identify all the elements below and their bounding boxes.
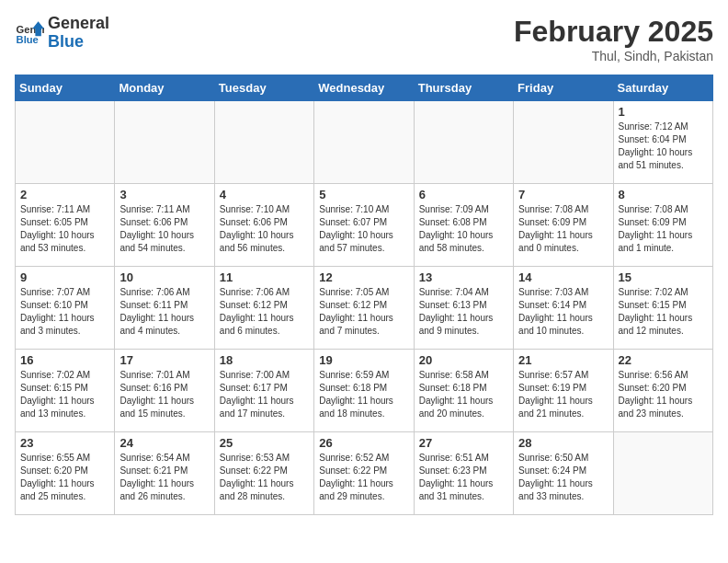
calendar-cell xyxy=(613,432,712,515)
day-header-wednesday: Wednesday xyxy=(314,75,414,101)
day-info: Sunrise: 7:00 AM Sunset: 6:17 PM Dayligh… xyxy=(220,369,309,420)
calendar-cell: 23Sunrise: 6:55 AM Sunset: 6:20 PM Dayli… xyxy=(16,432,115,515)
calendar-cell xyxy=(214,101,313,184)
calendar-cell: 11Sunrise: 7:06 AM Sunset: 6:12 PM Dayli… xyxy=(214,267,313,350)
calendar-cell: 2Sunrise: 7:11 AM Sunset: 6:05 PM Daylig… xyxy=(16,184,115,267)
day-info: Sunrise: 6:52 AM Sunset: 6:22 PM Dayligh… xyxy=(319,452,408,503)
day-info: Sunrise: 7:07 AM Sunset: 6:10 PM Dayligh… xyxy=(20,286,109,338)
calendar-cell: 17Sunrise: 7:01 AM Sunset: 6:16 PM Dayli… xyxy=(115,350,214,432)
day-info: Sunrise: 6:57 AM Sunset: 6:19 PM Dayligh… xyxy=(518,369,608,420)
day-number: 4 xyxy=(220,188,309,201)
day-header-saturday: Saturday xyxy=(613,75,712,101)
day-info: Sunrise: 6:56 AM Sunset: 6:20 PM Dayligh… xyxy=(619,369,708,420)
day-info: Sunrise: 7:04 AM Sunset: 6:13 PM Dayligh… xyxy=(419,286,508,338)
day-number: 28 xyxy=(518,436,608,450)
location: Thul, Sindh, Pakistan xyxy=(514,49,713,63)
calendar-week-row: 1Sunrise: 7:12 AM Sunset: 6:04 PM Daylig… xyxy=(16,101,713,184)
day-info: Sunrise: 7:06 AM Sunset: 6:12 PM Dayligh… xyxy=(220,286,309,338)
page-header: General Blue General Blue February 2025 … xyxy=(15,15,713,63)
day-number: 10 xyxy=(119,270,209,284)
day-number: 3 xyxy=(119,188,209,201)
day-number: 17 xyxy=(119,353,209,367)
calendar-cell xyxy=(314,101,414,184)
day-info: Sunrise: 6:55 AM Sunset: 6:20 PM Dayligh… xyxy=(20,452,109,503)
calendar-cell xyxy=(115,101,214,184)
calendar-cell: 24Sunrise: 6:54 AM Sunset: 6:21 PM Dayli… xyxy=(115,432,214,515)
calendar-cell xyxy=(514,101,613,184)
day-number: 14 xyxy=(518,270,608,284)
calendar-cell: 27Sunrise: 6:51 AM Sunset: 6:23 PM Dayli… xyxy=(414,432,513,515)
calendar-cell: 13Sunrise: 7:04 AM Sunset: 6:13 PM Dayli… xyxy=(414,267,513,350)
calendar-cell: 18Sunrise: 7:00 AM Sunset: 6:17 PM Dayli… xyxy=(214,350,313,432)
logo-blue: Blue xyxy=(48,33,109,52)
day-info: Sunrise: 7:11 AM Sunset: 6:05 PM Dayligh… xyxy=(20,203,109,255)
calendar-cell: 7Sunrise: 7:08 AM Sunset: 6:09 PM Daylig… xyxy=(514,184,613,267)
calendar-week-row: 16Sunrise: 7:02 AM Sunset: 6:15 PM Dayli… xyxy=(16,350,713,432)
calendar-cell: 20Sunrise: 6:58 AM Sunset: 6:18 PM Dayli… xyxy=(414,350,513,432)
day-info: Sunrise: 6:53 AM Sunset: 6:22 PM Dayligh… xyxy=(220,452,309,503)
day-number: 8 xyxy=(619,188,708,201)
calendar-cell: 10Sunrise: 7:06 AM Sunset: 6:11 PM Dayli… xyxy=(115,267,214,350)
day-info: Sunrise: 7:12 AM Sunset: 6:04 PM Dayligh… xyxy=(619,121,708,172)
day-number: 20 xyxy=(419,353,508,367)
calendar-cell: 16Sunrise: 7:02 AM Sunset: 6:15 PM Dayli… xyxy=(16,350,115,432)
day-number: 7 xyxy=(518,188,608,201)
day-number: 25 xyxy=(220,436,309,450)
day-info: Sunrise: 7:05 AM Sunset: 6:12 PM Dayligh… xyxy=(319,286,408,338)
calendar-table: SundayMondayTuesdayWednesdayThursdayFrid… xyxy=(15,75,713,515)
logo-icon: General Blue xyxy=(15,18,44,48)
day-number: 22 xyxy=(619,353,708,367)
day-number: 5 xyxy=(319,188,408,201)
calendar-cell: 5Sunrise: 7:10 AM Sunset: 6:07 PM Daylig… xyxy=(314,184,414,267)
day-info: Sunrise: 7:02 AM Sunset: 6:15 PM Dayligh… xyxy=(619,286,708,338)
calendar-cell: 21Sunrise: 6:57 AM Sunset: 6:19 PM Dayli… xyxy=(514,350,613,432)
day-number: 23 xyxy=(20,436,109,450)
day-info: Sunrise: 7:02 AM Sunset: 6:15 PM Dayligh… xyxy=(20,369,109,420)
calendar-cell: 26Sunrise: 6:52 AM Sunset: 6:22 PM Dayli… xyxy=(314,432,414,515)
day-info: Sunrise: 6:50 AM Sunset: 6:24 PM Dayligh… xyxy=(518,452,608,503)
calendar-week-row: 23Sunrise: 6:55 AM Sunset: 6:20 PM Dayli… xyxy=(16,432,713,515)
day-number: 2 xyxy=(20,188,109,201)
day-number: 26 xyxy=(319,436,408,450)
day-number: 9 xyxy=(20,270,109,284)
day-info: Sunrise: 7:09 AM Sunset: 6:08 PM Dayligh… xyxy=(419,203,508,255)
day-info: Sunrise: 7:03 AM Sunset: 6:14 PM Dayligh… xyxy=(518,286,608,338)
day-info: Sunrise: 6:59 AM Sunset: 6:18 PM Dayligh… xyxy=(319,369,408,420)
calendar-cell: 1Sunrise: 7:12 AM Sunset: 6:04 PM Daylig… xyxy=(613,101,712,184)
day-number: 13 xyxy=(419,270,508,284)
day-info: Sunrise: 6:54 AM Sunset: 6:21 PM Dayligh… xyxy=(119,452,209,503)
day-info: Sunrise: 7:11 AM Sunset: 6:06 PM Dayligh… xyxy=(119,203,209,255)
day-number: 15 xyxy=(619,270,708,284)
day-info: Sunrise: 6:58 AM Sunset: 6:18 PM Dayligh… xyxy=(419,369,508,420)
day-header-tuesday: Tuesday xyxy=(214,75,313,101)
day-number: 21 xyxy=(518,353,608,367)
day-info: Sunrise: 7:10 AM Sunset: 6:07 PM Dayligh… xyxy=(319,203,408,255)
day-info: Sunrise: 7:08 AM Sunset: 6:09 PM Dayligh… xyxy=(619,203,708,255)
day-info: Sunrise: 7:10 AM Sunset: 6:06 PM Dayligh… xyxy=(220,203,309,255)
calendar-cell: 15Sunrise: 7:02 AM Sunset: 6:15 PM Dayli… xyxy=(613,267,712,350)
calendar-cell xyxy=(16,101,115,184)
day-info: Sunrise: 6:51 AM Sunset: 6:23 PM Dayligh… xyxy=(419,452,508,503)
svg-text:Blue: Blue xyxy=(17,34,39,45)
logo: General Blue General Blue xyxy=(15,15,109,52)
day-number: 11 xyxy=(220,270,309,284)
day-number: 19 xyxy=(319,353,408,367)
month-title: February 2025 xyxy=(514,15,713,49)
day-number: 27 xyxy=(419,436,508,450)
calendar-cell: 6Sunrise: 7:09 AM Sunset: 6:08 PM Daylig… xyxy=(414,184,513,267)
calendar-cell: 9Sunrise: 7:07 AM Sunset: 6:10 PM Daylig… xyxy=(16,267,115,350)
day-info: Sunrise: 7:01 AM Sunset: 6:16 PM Dayligh… xyxy=(119,369,209,420)
title-block: February 2025 Thul, Sindh, Pakistan xyxy=(514,15,713,63)
calendar-cell: 22Sunrise: 6:56 AM Sunset: 6:20 PM Dayli… xyxy=(613,350,712,432)
day-number: 16 xyxy=(20,353,109,367)
calendar-cell: 28Sunrise: 6:50 AM Sunset: 6:24 PM Dayli… xyxy=(514,432,613,515)
calendar-week-row: 9Sunrise: 7:07 AM Sunset: 6:10 PM Daylig… xyxy=(16,267,713,350)
calendar-cell: 8Sunrise: 7:08 AM Sunset: 6:09 PM Daylig… xyxy=(613,184,712,267)
day-number: 18 xyxy=(220,353,309,367)
day-header-thursday: Thursday xyxy=(414,75,513,101)
day-number: 12 xyxy=(319,270,408,284)
calendar-week-row: 2Sunrise: 7:11 AM Sunset: 6:05 PM Daylig… xyxy=(16,184,713,267)
calendar-cell: 25Sunrise: 6:53 AM Sunset: 6:22 PM Dayli… xyxy=(214,432,313,515)
day-info: Sunrise: 7:08 AM Sunset: 6:09 PM Dayligh… xyxy=(518,203,608,255)
day-header-friday: Friday xyxy=(514,75,613,101)
